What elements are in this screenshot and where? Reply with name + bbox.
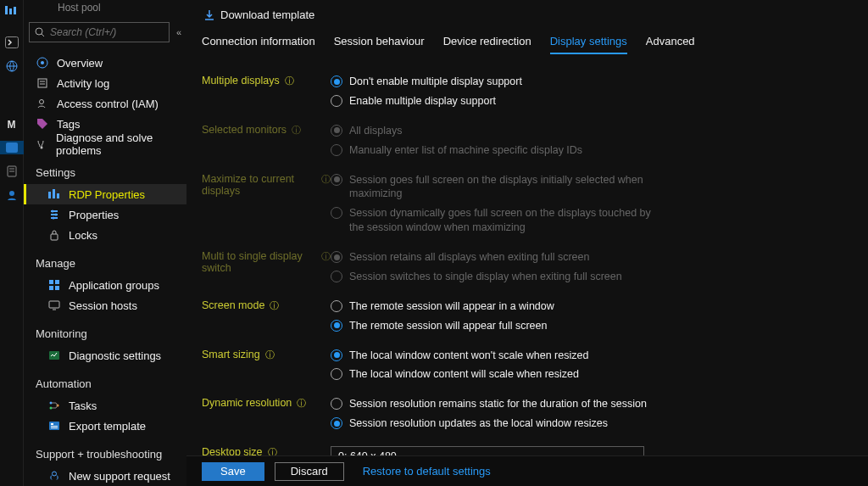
download-template-label: Download template	[220, 8, 314, 21]
nav-label: Overview	[57, 57, 103, 70]
svg-rect-35	[49, 351, 59, 360]
svg-rect-33	[49, 301, 59, 308]
nav-tasks[interactable]: Tasks	[24, 395, 186, 416]
radio-screen-mode-window[interactable]: The remote session will appear in a wind…	[331, 299, 554, 314]
svg-point-25	[51, 210, 53, 213]
info-icon[interactable]: ⓘ	[297, 397, 306, 410]
label-multi-to-single: Multi to single display switchⓘ	[202, 250, 331, 284]
discard-button[interactable]: Discard	[275, 462, 344, 481]
label-selected-monitors: Selected monitorsⓘ	[202, 124, 331, 158]
nav-rdp-properties[interactable]: RDP Properties	[24, 184, 186, 204]
radio-multi-to-single-retain: Session retains all displays when exitin…	[331, 250, 622, 265]
radio-screen-mode-fullscreen[interactable]: The remote session will appear full scre…	[331, 319, 554, 333]
info-icon[interactable]: ⓘ	[265, 349, 275, 361]
radio-selected-monitors-all: All displays	[331, 124, 582, 138]
download-template-button[interactable]: Download template	[203, 8, 314, 21]
tab-device-redirection[interactable]: Device redirection	[443, 35, 531, 54]
session-hosts-icon	[47, 299, 60, 312]
label-smart-sizing: Smart sizingⓘ	[202, 349, 331, 383]
sidebar-search[interactable]	[29, 22, 170, 42]
svg-line-11	[42, 34, 44, 36]
dropdown-desktop-size[interactable]: 0: 640 x 480 ⌄	[331, 446, 644, 455]
svg-rect-28	[51, 234, 58, 240]
access-control-icon	[36, 98, 48, 110]
rail-letter-m: M	[8, 119, 16, 131]
svg-rect-42	[51, 427, 58, 428]
svg-rect-32	[55, 286, 59, 290]
rail-globe-icon[interactable]	[5, 59, 19, 73]
radio-multiple-displays-off[interactable]: Don't enable multiple display support	[331, 75, 522, 89]
nav-activity-log[interactable]: Activity log	[24, 73, 186, 93]
nav-diagnostic-settings[interactable]: Diagnostic settings	[24, 345, 186, 366]
nav-overview[interactable]: Overview	[24, 53, 186, 73]
nav-heading-automation: Automation	[24, 366, 186, 395]
info-icon[interactable]: ⓘ	[270, 299, 279, 312]
svg-rect-31	[49, 286, 53, 290]
nav-label: New support request	[69, 470, 170, 483]
nav-heading-support: Support + troubleshooting	[24, 436, 186, 466]
info-icon[interactable]: ⓘ	[292, 124, 301, 137]
nav-session-hosts[interactable]: Session hosts	[24, 295, 186, 316]
radio-smart-sizing-off[interactable]: The local window content won't scale whe…	[331, 349, 588, 363]
new-support-icon	[47, 470, 60, 483]
radio-multi-to-single-switch: Session switches to single display when …	[331, 270, 622, 284]
info-icon[interactable]: ⓘ	[321, 250, 331, 263]
radio-dynamic-resolution-dynamic[interactable]: Session resolution updates as the local …	[331, 416, 647, 431]
rail-doc-icon[interactable]	[5, 165, 19, 178]
label-screen-mode: Screen modeⓘ	[202, 299, 331, 333]
tags-icon	[36, 118, 48, 131]
svg-point-27	[52, 217, 54, 220]
svg-rect-5	[6, 142, 18, 153]
nav-application-groups[interactable]: Application groups	[24, 275, 186, 295]
collapse-sidebar-icon[interactable]: «	[176, 27, 181, 37]
tab-session-behaviour[interactable]: Session behaviour	[334, 35, 425, 54]
radio-maximize-initial: Session goes full screen on the displays…	[331, 173, 653, 202]
info-icon[interactable]: ⓘ	[321, 173, 331, 186]
download-icon	[203, 9, 215, 21]
tab-advanced[interactable]: Advanced	[646, 35, 695, 54]
nav-label: Diagnostic settings	[69, 349, 161, 362]
save-button[interactable]: Save	[202, 462, 264, 481]
nav-heading-settings: Settings	[24, 154, 186, 184]
info-icon[interactable]: ⓘ	[268, 446, 277, 455]
settings-content: Multiple displaysⓘ Don't enable multiple…	[186, 63, 868, 455]
nav-new-support-request[interactable]: New support request	[24, 466, 186, 486]
rail-bars-icon[interactable]	[5, 3, 19, 17]
nav-label: Locks	[69, 229, 97, 242]
svg-point-17	[39, 100, 43, 104]
rail-cloudshell-icon[interactable]	[5, 36, 19, 49]
tab-connection-information[interactable]: Connection information	[202, 35, 315, 54]
nav-export-template[interactable]: Export template	[24, 416, 186, 436]
sidebar: Host pool « Overview Activity log Access…	[24, 0, 186, 486]
tab-display-settings[interactable]: Display settings	[550, 35, 627, 54]
nav-heading-monitoring: Monitoring	[24, 316, 186, 345]
nav-label: Activity log	[57, 77, 109, 90]
nav-diagnose[interactable]: Diagnose and solve problems	[24, 134, 186, 154]
sidebar-search-input[interactable]	[50, 26, 164, 38]
rail-person-icon[interactable]	[5, 188, 19, 202]
nav-label: Tags	[57, 118, 80, 131]
nav-label: Application groups	[69, 279, 159, 292]
svg-point-13	[41, 61, 44, 64]
radio-dynamic-resolution-static[interactable]: Session resolution remains static for th…	[331, 397, 647, 411]
nav-heading-manage: Manage	[24, 245, 186, 275]
svg-rect-1	[9, 8, 12, 14]
nav-label: RDP Properties	[69, 188, 145, 201]
left-rail: M	[0, 0, 24, 486]
radio-multiple-displays-on[interactable]: Enable multiple display support	[331, 94, 522, 109]
diagnose-icon	[36, 138, 47, 151]
nav-locks[interactable]: Locks	[24, 225, 186, 245]
restore-defaults-link[interactable]: Restore to default settings	[363, 465, 491, 478]
radio-smart-sizing-on[interactable]: The local window content will scale when…	[331, 367, 588, 382]
main-panel: Download template Connection information…	[186, 0, 868, 486]
rail-selected-icon[interactable]	[0, 141, 24, 154]
svg-point-18	[41, 147, 43, 149]
svg-rect-20	[53, 189, 55, 198]
nav-label: Export template	[69, 420, 146, 433]
label-desktop-size: Desktop sizeⓘ	[202, 446, 331, 455]
resource-type-label: Host pool	[24, 0, 186, 22]
nav-access-control[interactable]: Access control (IAM)	[24, 93, 186, 114]
info-icon[interactable]: ⓘ	[285, 75, 294, 87]
nav-properties[interactable]: Properties	[24, 204, 186, 225]
app-groups-icon	[47, 279, 60, 292]
